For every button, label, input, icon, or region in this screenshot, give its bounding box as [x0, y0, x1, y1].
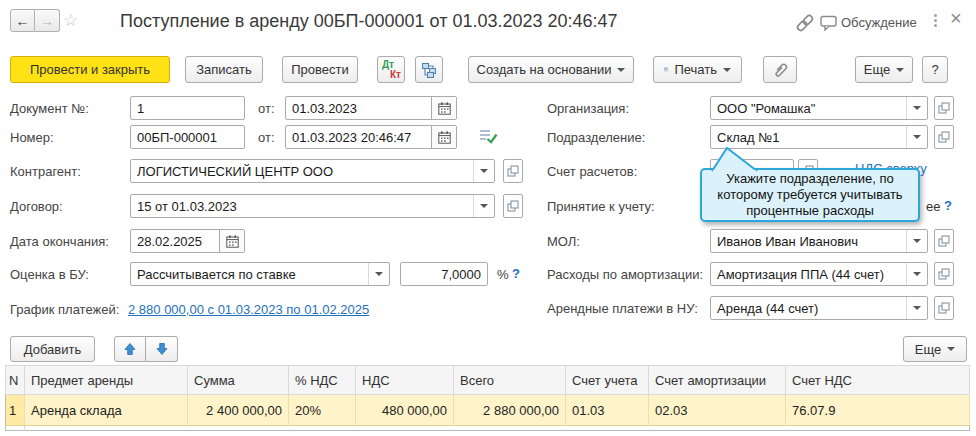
cell-vat[interactable]: 480 000,00 [356, 395, 454, 426]
dropdown-button[interactable] [473, 160, 494, 182]
post-and-close-button[interactable]: Провести и закрыть [10, 56, 170, 83]
doc-from-label: от: [258, 101, 275, 116]
paperclip-icon [771, 61, 789, 79]
col-header-account[interactable]: Счет учета [566, 366, 649, 395]
contract-open-button[interactable] [503, 194, 523, 218]
doc-no-label: Документ №: [10, 101, 89, 116]
discussion-link[interactable]: Обсуждение [841, 15, 917, 30]
open-form-icon [507, 200, 519, 212]
end-date-field[interactable] [130, 229, 245, 253]
edit-number-button[interactable] [478, 127, 498, 145]
arrow-up-icon [122, 341, 138, 357]
move-row-down-button[interactable] [146, 336, 178, 362]
dropdown-button[interactable] [473, 195, 494, 217]
bu-valuation-combo[interactable]: Рассчитывается по ставке [130, 262, 390, 286]
more-menu-dots-icon[interactable] [934, 14, 937, 27]
dropdown-button[interactable] [906, 126, 927, 148]
dropdown-button[interactable] [906, 230, 927, 252]
organization-open-button[interactable] [934, 96, 954, 120]
help-button[interactable]: ? [922, 56, 948, 83]
col-header-vat-rate[interactable]: % НДС [289, 366, 356, 395]
cell-depr-account[interactable]: 02.03 [649, 395, 786, 426]
counterparty-label: Контрагент: [10, 164, 81, 179]
mol-label: МОЛ: [547, 234, 580, 249]
open-form-icon [938, 102, 950, 114]
document-structure-icon [421, 62, 437, 78]
col-header-vat[interactable]: НДС [356, 366, 454, 395]
number-datetime-input[interactable] [286, 130, 431, 145]
cell-subject[interactable]: Аренда склада [25, 395, 188, 426]
debit-credit-button[interactable]: ДтКт [377, 56, 405, 83]
acceptance-help-link[interactable]: ? [944, 198, 952, 213]
col-header-sum[interactable]: Сумма [188, 366, 289, 395]
col-header-vat-account[interactable]: Счет НДС [786, 366, 970, 395]
post-button[interactable]: Провести [282, 56, 358, 83]
contract-combo[interactable]: 15 от 01.03.2023 [130, 194, 495, 218]
doc-no-field[interactable] [130, 96, 245, 120]
print-button[interactable]: Печать [653, 56, 742, 83]
related-documents-button[interactable] [415, 56, 443, 83]
rate-input[interactable] [401, 267, 487, 282]
department-open-button[interactable] [934, 125, 954, 149]
doc-date-input[interactable] [286, 101, 431, 116]
chevron-down-icon [913, 239, 921, 247]
table-header-row: N Предмет аренды Сумма % НДС НДС Всего С… [6, 366, 970, 395]
doc-date-field[interactable] [285, 96, 457, 120]
rate-field[interactable] [400, 262, 488, 286]
number-input[interactable] [131, 130, 244, 145]
number-field[interactable] [130, 125, 245, 149]
organization-combo[interactable]: ООО "Ромашка" [710, 96, 928, 120]
col-header-depr-account[interactable]: Счет амортизации [649, 366, 786, 395]
cell-vat-rate[interactable]: 20% [289, 395, 356, 426]
counterparty-open-button[interactable] [503, 159, 523, 183]
attachments-button[interactable] [763, 56, 797, 83]
discussion-bubble-icon[interactable] [820, 15, 838, 31]
end-date-label: Дата окончания: [10, 234, 109, 249]
copy-link-icon[interactable] [795, 13, 815, 33]
row-move-group [114, 336, 178, 362]
debit-credit-icon: ДтКт [378, 57, 404, 82]
end-date-input[interactable] [131, 234, 219, 249]
dropdown-button[interactable] [906, 97, 927, 119]
rent-nu-open-button[interactable] [934, 296, 954, 320]
depreciation-combo[interactable]: Амортизация ППА (44 счет) [710, 262, 928, 286]
calendar-button[interactable] [431, 126, 456, 148]
rate-help-link[interactable]: ? [512, 266, 520, 281]
number-datetime-field[interactable] [285, 125, 457, 149]
payment-schedule-link[interactable]: 2 880 000,00 с 01.03.2023 по 01.02.2025 [128, 302, 369, 317]
create-based-on-button[interactable]: Создать на основании [468, 56, 634, 83]
calendar-button[interactable] [219, 230, 244, 252]
cell-vat-account[interactable]: 76.07.9 [786, 395, 970, 426]
doc-no-input[interactable] [131, 101, 244, 116]
rent-nu-combo[interactable]: Аренда (44 счет) [710, 296, 928, 320]
calendar-icon [438, 102, 451, 115]
grid-more-button[interactable]: Еще [903, 336, 967, 362]
calendar-button[interactable] [431, 97, 456, 119]
mol-combo[interactable]: Иванов Иван Иванович [710, 229, 928, 253]
cell-sum[interactable]: 2 400 000,00 [188, 395, 289, 426]
dropdown-button[interactable] [906, 263, 927, 285]
organization-label: Организация: [547, 101, 629, 116]
rent-nu-label: Арендные платежи в НУ: [547, 301, 698, 316]
depreciation-open-button[interactable] [934, 262, 954, 286]
col-header-subject[interactable]: Предмет аренды [25, 366, 188, 395]
col-header-total[interactable]: Всего [454, 366, 566, 395]
add-row-button[interactable]: Добавить [10, 336, 95, 362]
forward-button[interactable]: → [35, 9, 60, 32]
toolbar-more-button[interactable]: Еще [855, 56, 913, 83]
move-row-up-button[interactable] [114, 336, 146, 362]
back-button[interactable]: ← [10, 9, 35, 32]
dropdown-button[interactable] [368, 263, 389, 285]
close-icon[interactable]: × [950, 7, 962, 30]
cell-row-number[interactable]: 1 [6, 395, 25, 426]
write-button[interactable]: Записать [185, 56, 263, 83]
col-header-n[interactable]: N [6, 366, 25, 395]
chevron-down-icon [375, 272, 383, 280]
favorite-star-icon[interactable]: ☆ [63, 10, 78, 31]
cell-account[interactable]: 01.03 [566, 395, 649, 426]
cell-total[interactable]: 2 880 000,00 [454, 395, 566, 426]
counterparty-combo[interactable]: ЛОГИСТИЧЕСКИЙ ЦЕНТР ООО [130, 159, 495, 183]
dropdown-button[interactable] [906, 297, 927, 319]
mol-open-button[interactable] [934, 229, 954, 253]
chevron-down-icon [723, 68, 731, 76]
